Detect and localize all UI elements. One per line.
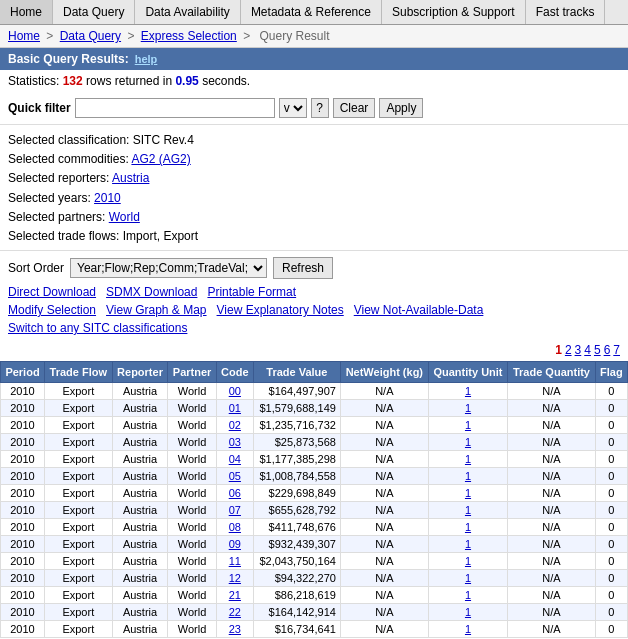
reporters-link[interactable]: Austria bbox=[112, 171, 149, 185]
modify-selection-link[interactable]: Modify Selection bbox=[8, 303, 96, 317]
breadcrumb-home[interactable]: Home bbox=[8, 29, 40, 43]
cell-qty-unit[interactable]: 1 bbox=[428, 587, 507, 604]
cell-code[interactable]: 22 bbox=[216, 604, 253, 621]
cell-code[interactable]: 01 bbox=[216, 400, 253, 417]
apply-button[interactable]: Apply bbox=[379, 98, 423, 118]
cell-code[interactable]: 06 bbox=[216, 485, 253, 502]
page-7-link[interactable]: 7 bbox=[613, 343, 620, 357]
cell-code[interactable]: 00 bbox=[216, 383, 253, 400]
view-graph-map-link[interactable]: View Graph & Map bbox=[106, 303, 207, 317]
cell-qty-unit[interactable]: 1 bbox=[428, 519, 507, 536]
cell-period: 2010 bbox=[1, 434, 45, 451]
years-row: Selected years: 2010 bbox=[8, 189, 620, 208]
col-net-weight: NetWeight (kg) bbox=[340, 362, 428, 383]
cell-qty-unit[interactable]: 1 bbox=[428, 417, 507, 434]
cell-period: 2010 bbox=[1, 417, 45, 434]
cell-code[interactable]: 21 bbox=[216, 587, 253, 604]
nav-home[interactable]: Home bbox=[0, 0, 53, 24]
cell-reporter: Austria bbox=[112, 587, 168, 604]
cell-flow: Export bbox=[44, 417, 112, 434]
cell-code[interactable]: 07 bbox=[216, 502, 253, 519]
cell-qty-unit[interactable]: 1 bbox=[428, 621, 507, 638]
cell-qty-unit[interactable]: 1 bbox=[428, 485, 507, 502]
switch-sitc-link[interactable]: Switch to any SITC classifications bbox=[8, 321, 187, 335]
cell-qty-unit[interactable]: 1 bbox=[428, 451, 507, 468]
cell-qty-unit[interactable]: 1 bbox=[428, 604, 507, 621]
refresh-button[interactable]: Refresh bbox=[273, 257, 333, 279]
help-link[interactable]: help bbox=[135, 53, 158, 65]
page-5-link[interactable]: 5 bbox=[594, 343, 601, 357]
col-qty-unit: Quantity Unit bbox=[428, 362, 507, 383]
col-trade-value: Trade Value bbox=[253, 362, 340, 383]
page-2-link[interactable]: 2 bbox=[565, 343, 572, 357]
filter-input[interactable] bbox=[75, 98, 275, 118]
cell-qty-unit[interactable]: 1 bbox=[428, 570, 507, 587]
cell-trade-qty: N/A bbox=[508, 570, 596, 587]
nav-fast-tracks[interactable]: Fast tracks bbox=[526, 0, 606, 24]
cell-code[interactable]: 11 bbox=[216, 553, 253, 570]
cell-flow: Export bbox=[44, 400, 112, 417]
view-not-available-link[interactable]: View Not-Available-Data bbox=[354, 303, 484, 317]
action-links-row3: Switch to any SITC classifications bbox=[0, 319, 628, 339]
sort-label: Sort Order bbox=[8, 261, 64, 275]
page-3-link[interactable]: 3 bbox=[575, 343, 582, 357]
cell-qty-unit[interactable]: 1 bbox=[428, 400, 507, 417]
cell-code[interactable]: 05 bbox=[216, 468, 253, 485]
cell-partner: World bbox=[168, 604, 216, 621]
cell-reporter: Austria bbox=[112, 468, 168, 485]
cell-period: 2010 bbox=[1, 536, 45, 553]
page-6-link[interactable]: 6 bbox=[604, 343, 611, 357]
cell-code[interactable]: 04 bbox=[216, 451, 253, 468]
page-4-link[interactable]: 4 bbox=[584, 343, 591, 357]
cell-code[interactable]: 12 bbox=[216, 570, 253, 587]
action-links-row1: Direct Download SDMX Download Printable … bbox=[0, 283, 628, 301]
direct-download-link[interactable]: Direct Download bbox=[8, 285, 96, 299]
view-explanatory-link[interactable]: View Explanatory Notes bbox=[217, 303, 344, 317]
cell-net-weight: N/A bbox=[340, 468, 428, 485]
cell-qty-unit[interactable]: 1 bbox=[428, 553, 507, 570]
question-mark-button[interactable]: ? bbox=[311, 98, 329, 118]
cell-net-weight: N/A bbox=[340, 570, 428, 587]
partners-link[interactable]: World bbox=[109, 210, 140, 224]
commodities-link[interactable]: AG2 (AG2) bbox=[131, 152, 190, 166]
nav-metadata-reference[interactable]: Metadata & Reference bbox=[241, 0, 382, 24]
cell-qty-unit[interactable]: 1 bbox=[428, 536, 507, 553]
sort-row: Sort Order Year;Flow;Rep;Comm;TradeVal; … bbox=[0, 251, 628, 283]
cell-qty-unit[interactable]: 1 bbox=[428, 434, 507, 451]
cell-flow: Export bbox=[44, 587, 112, 604]
cell-flow: Export bbox=[44, 485, 112, 502]
cell-trade-qty: N/A bbox=[508, 417, 596, 434]
section-header-title: Basic Query Results: bbox=[8, 52, 129, 66]
cell-code[interactable]: 03 bbox=[216, 434, 253, 451]
cell-flow: Export bbox=[44, 468, 112, 485]
cell-qty-unit[interactable]: 1 bbox=[428, 502, 507, 519]
cell-code[interactable]: 09 bbox=[216, 536, 253, 553]
table-row: 2010ExportAustriaWorld01$1,579,688,149N/… bbox=[1, 400, 628, 417]
cell-partner: World bbox=[168, 621, 216, 638]
sort-select[interactable]: Year;Flow;Rep;Comm;TradeVal; bbox=[70, 258, 267, 278]
filter-select[interactable]: v bbox=[279, 98, 307, 118]
cell-qty-unit[interactable]: 1 bbox=[428, 468, 507, 485]
breadcrumb-data-query[interactable]: Data Query bbox=[60, 29, 121, 43]
breadcrumb-express-selection[interactable]: Express Selection bbox=[141, 29, 237, 43]
classification-value: SITC Rev.4 bbox=[133, 133, 194, 147]
cell-code[interactable]: 02 bbox=[216, 417, 253, 434]
cell-reporter: Austria bbox=[112, 570, 168, 587]
cell-flow: Export bbox=[44, 502, 112, 519]
table-row: 2010ExportAustriaWorld09$932,439,307N/A1… bbox=[1, 536, 628, 553]
stats-row: Statistics: 132 rows returned in 0.95 se… bbox=[0, 70, 628, 92]
nav-data-availability[interactable]: Data Availability bbox=[135, 0, 241, 24]
nav-data-query[interactable]: Data Query bbox=[53, 0, 135, 24]
nav-subscription-support[interactable]: Subscription & Support bbox=[382, 0, 526, 24]
sdmx-download-link[interactable]: SDMX Download bbox=[106, 285, 197, 299]
table-row: 2010ExportAustriaWorld04$1,177,385,298N/… bbox=[1, 451, 628, 468]
col-trade-qty: Trade Quantity bbox=[508, 362, 596, 383]
table-row: 2010ExportAustriaWorld02$1,235,716,732N/… bbox=[1, 417, 628, 434]
cell-qty-unit[interactable]: 1 bbox=[428, 383, 507, 400]
printable-format-link[interactable]: Printable Format bbox=[207, 285, 296, 299]
cell-code[interactable]: 23 bbox=[216, 621, 253, 638]
years-link[interactable]: 2010 bbox=[94, 191, 121, 205]
cell-code[interactable]: 08 bbox=[216, 519, 253, 536]
clear-button[interactable]: Clear bbox=[333, 98, 376, 118]
cell-net-weight: N/A bbox=[340, 604, 428, 621]
